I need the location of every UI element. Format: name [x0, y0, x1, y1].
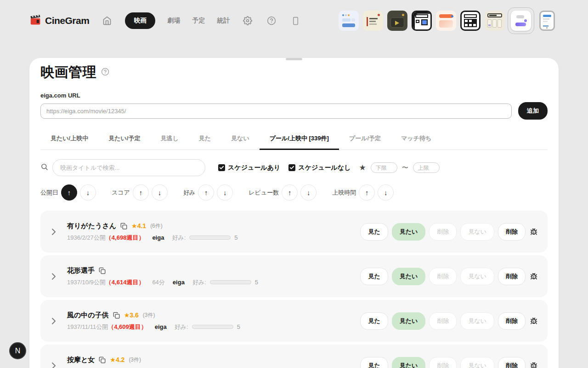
sort-release-desc-button[interactable]: ↓ [80, 184, 96, 201]
review-count: (6件) [150, 222, 163, 230]
theme-icon-dashboard[interactable] [337, 9, 360, 32]
sort-preference-asc-button[interactable]: ↑ [198, 184, 214, 201]
watched-button[interactable]: 見た [360, 223, 388, 241]
sort-score-desc-button[interactable]: ↓ [152, 184, 168, 201]
copy-icon[interactable] [113, 312, 120, 319]
tab-bar: 見たい/上映中 見たい/予定 見逃し 見た 見ない プール/上映中 [339件]… [40, 130, 548, 150]
sort-label-review-count: レビュー数 [249, 189, 279, 197]
table-row: 有りがたうさん ★4.1 (6件) 1936/2/27公開（4,698週目） e… [40, 211, 548, 253]
not-watch-button[interactable]: 見ない [460, 268, 494, 285]
movie-title: 按摩と女 [67, 356, 95, 364]
copy-icon[interactable] [99, 356, 106, 363]
brand[interactable]: CineGram [29, 14, 89, 28]
source-link[interactable]: eiga [155, 323, 167, 330]
theme-icon-table[interactable] [483, 9, 506, 32]
search-input[interactable] [52, 159, 205, 176]
watched-button[interactable]: 見た [360, 357, 388, 368]
theme-icon-mobile[interactable] [536, 9, 559, 32]
url-input[interactable] [40, 104, 512, 119]
want-to-watch-button[interactable]: 見たい [392, 357, 426, 368]
remove-button[interactable]: 削除 [498, 357, 526, 368]
bug-icon[interactable] [530, 362, 537, 368]
url-label: eiga.com URL [40, 92, 548, 99]
remove-disabled-button[interactable]: 削除 [429, 268, 457, 285]
sort-label-score: スコア [112, 189, 130, 197]
nav-item-stats[interactable]: 統計 [217, 17, 230, 25]
nav-item-theaters[interactable]: 劇場 [167, 17, 180, 25]
sort-runtime-desc-button[interactable]: ↓ [378, 184, 394, 201]
add-button[interactable]: 追加 [518, 102, 548, 120]
drag-handle[interactable] [286, 58, 302, 60]
theme-icon-notes[interactable] [362, 9, 384, 32]
movie-title: 風の中の子供 [67, 311, 109, 320]
sort-runtime-asc-button[interactable]: ↑ [359, 184, 375, 201]
sort-release-asc-button[interactable]: ↑ [61, 184, 77, 201]
theme-icon-video[interactable] [386, 9, 409, 32]
expand-chevron-icon[interactable] [40, 362, 67, 368]
checkbox-scheduled[interactable]: スケジュールあり [218, 164, 280, 172]
theme-icon-pill-selected[interactable] [508, 7, 534, 34]
preference-slider[interactable] [189, 236, 231, 240]
sort-preference-desc-button[interactable]: ↓ [217, 184, 233, 201]
gear-icon[interactable] [242, 15, 254, 27]
dev-tools-button[interactable]: N [9, 342, 26, 359]
remove-disabled-button[interactable]: 削除 [429, 312, 457, 330]
review-count: (3件) [129, 356, 141, 364]
not-watch-button[interactable]: 見ない [460, 357, 494, 368]
sort-review-count-asc-button[interactable]: ↑ [282, 184, 298, 201]
sort-review-count-desc-button[interactable]: ↓ [300, 184, 317, 201]
brand-name: CineGram [45, 15, 89, 26]
want-to-watch-button[interactable]: 見たい [392, 268, 426, 285]
tab-pool-now-showing[interactable]: プール/上映中 [339件] [260, 130, 339, 150]
table-row: 風の中の子供 ★3.6 (3件) 1937/11/11公開（4,609週目） e… [40, 300, 548, 342]
expand-chevron-icon[interactable] [40, 273, 67, 280]
weeks-since-release: （4,609週目） [108, 323, 147, 331]
nav-item-schedule[interactable]: 予定 [192, 17, 205, 25]
theme-icon-grid[interactable] [459, 9, 482, 32]
tab-want-upcoming[interactable]: 見たい/予定 [98, 130, 150, 150]
tab-watched[interactable]: 見た [189, 130, 221, 150]
theme-icon-peach[interactable] [435, 9, 458, 32]
title-help-icon[interactable] [101, 68, 109, 78]
help-icon[interactable] [266, 15, 277, 27]
preference-slider[interactable] [192, 325, 233, 329]
copy-icon[interactable] [99, 267, 106, 274]
remove-disabled-button[interactable]: 削除 [429, 357, 457, 368]
want-to-watch-button[interactable]: 見たい [392, 312, 426, 330]
remove-button[interactable]: 削除 [498, 268, 526, 285]
want-to-watch-button[interactable]: 見たい [392, 223, 426, 241]
tab-pool-upcoming[interactable]: プール/予定 [339, 130, 391, 150]
home-icon[interactable] [101, 15, 113, 27]
rating-min-input[interactable] [371, 162, 397, 173]
source-link[interactable]: eiga [152, 234, 164, 241]
source-link[interactable]: eiga [173, 279, 185, 286]
sort-label-runtime: 上映時間 [332, 189, 356, 197]
tab-not-watching[interactable]: 見ない [221, 130, 260, 150]
phone-icon[interactable] [289, 15, 301, 27]
nav-item-movies[interactable]: 映画 [125, 12, 155, 29]
bug-icon[interactable] [530, 273, 537, 280]
not-watch-button[interactable]: 見ない [460, 312, 494, 330]
tab-match-waiting[interactable]: マッチ待ち [391, 130, 441, 150]
watched-button[interactable]: 見た [360, 268, 388, 285]
expand-chevron-icon[interactable] [40, 228, 67, 236]
copy-icon[interactable] [120, 223, 127, 230]
review-count: (3件) [143, 311, 155, 319]
remove-button[interactable]: 削除 [498, 312, 526, 330]
remove-button[interactable]: 削除 [498, 223, 526, 241]
bug-icon[interactable] [530, 228, 537, 236]
tab-missed[interactable]: 見逃し [150, 130, 188, 150]
movie-list: 有りがたうさん ★4.1 (6件) 1936/2/27公開（4,698週目） e… [40, 211, 548, 368]
preference-slider[interactable] [210, 280, 251, 284]
not-watch-button[interactable]: 見ない [460, 223, 494, 241]
expand-chevron-icon[interactable] [40, 317, 67, 325]
rating-max-input[interactable] [413, 162, 440, 173]
theme-icon-magazine[interactable] [410, 9, 433, 32]
tab-want-now-showing[interactable]: 見たい/上映中 [40, 130, 98, 150]
watched-button[interactable]: 見た [360, 312, 388, 330]
sort-score-asc-button[interactable]: ↑ [133, 184, 149, 201]
remove-disabled-button[interactable]: 削除 [429, 223, 457, 241]
checkbox-unscheduled[interactable]: スケジュールなし [288, 164, 351, 172]
bug-icon[interactable] [530, 317, 537, 325]
weeks-since-release: （4,614週目） [106, 278, 145, 287]
